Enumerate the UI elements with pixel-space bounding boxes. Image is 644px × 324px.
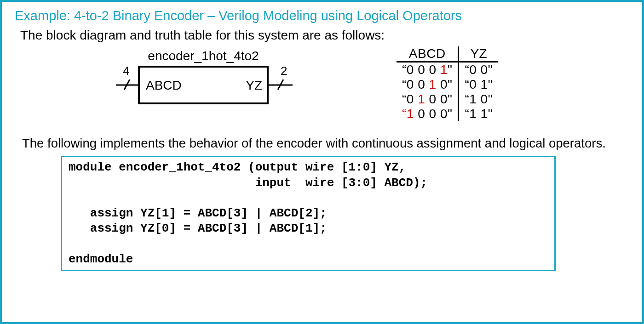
- truth-row: “0 0 1 0" “0 1": [397, 77, 498, 92]
- figure-title: Example: 4-to-2 Binary Encoder – Verilog…: [15, 8, 629, 23]
- block-diagram: encoder_1hot_4to2 4 2 ABCD YZ: [107, 47, 318, 127]
- input-bus-width: 4: [123, 64, 129, 78]
- truth-hdr-in: ABCD: [397, 46, 459, 62]
- intro-text: The block diagram and truth table for th…: [20, 28, 629, 43]
- truth-row: “0 0 0 1" “0 0": [397, 62, 498, 78]
- truth-row: “1 0 0 0" “1 1": [397, 107, 498, 121]
- module-label: encoder_1hot_4to2: [148, 49, 259, 63]
- truth-row: “0 1 0 0" “1 0": [397, 92, 498, 107]
- output-port-label: YZ: [246, 78, 262, 92]
- truth-hdr-out: YZ: [459, 46, 498, 62]
- input-port-label: ABCD: [146, 78, 182, 92]
- truth-table: ABCD YZ “0 0 0 1" “0 0" “0 0 1 0" “0 1" …: [397, 46, 498, 121]
- diagrams-row: encoder_1hot_4to2 4 2 ABCD YZ ABCD: [15, 46, 629, 127]
- figure-panel: Example: 4-to-2 Binary Encoder – Verilog…: [0, 0, 644, 324]
- followup-text: The following implements the behavior of…: [22, 136, 629, 151]
- output-bus-width: 2: [281, 64, 287, 78]
- verilog-code: module encoder_1hot_4to2 (output wire [1…: [61, 156, 556, 271]
